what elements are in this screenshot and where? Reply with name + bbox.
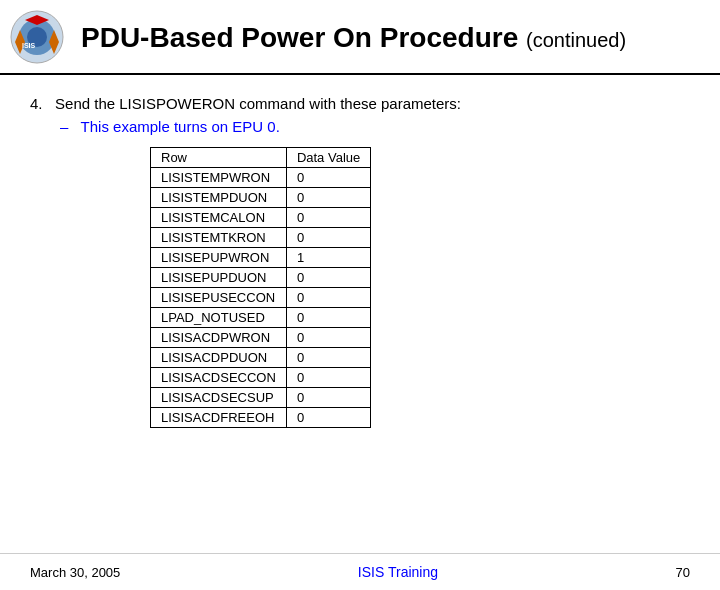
row-value: 0 xyxy=(286,348,370,368)
step-number: 4. xyxy=(30,95,43,112)
sub-step-dash: – xyxy=(60,118,68,135)
row-name: LISISACDPWRON xyxy=(151,328,287,348)
table-row: LISISEPUSECCON0 xyxy=(151,288,371,308)
row-name: LISISTEMCALON xyxy=(151,208,287,228)
footer-center: ISIS Training xyxy=(358,564,438,580)
row-name: LISISTEMPWRON xyxy=(151,168,287,188)
table-row: LISISTEMCALON0 xyxy=(151,208,371,228)
step-4: 4. Send the LISISPOWERON command with th… xyxy=(30,95,690,112)
footer-page: 70 xyxy=(676,565,690,580)
table-row: LISISACDSECSUP0 xyxy=(151,388,371,408)
row-value: 0 xyxy=(286,328,370,348)
table-header-row: Row Data Value xyxy=(151,148,371,168)
row-name: LISISACDSECCON xyxy=(151,368,287,388)
sub-step-text: This example turns on EPU 0. xyxy=(81,118,280,135)
table-row: LISISTEMTKRON0 xyxy=(151,228,371,248)
content: 4. Send the LISISPOWERON command with th… xyxy=(0,75,720,438)
row-value: 0 xyxy=(286,408,370,428)
row-name: LISISTEMTKRON xyxy=(151,228,287,248)
row-name: LISISEPUPDUON xyxy=(151,268,287,288)
logo-icon: ISIS xyxy=(10,10,65,65)
table-row: LISISEPUPWRON1 xyxy=(151,248,371,268)
row-value: 0 xyxy=(286,168,370,188)
row-value: 1 xyxy=(286,248,370,268)
svg-text:ISIS: ISIS xyxy=(22,42,36,49)
col-row-header: Row xyxy=(151,148,287,168)
row-name: LISISACDFREEОН xyxy=(151,408,287,428)
row-value: 0 xyxy=(286,228,370,248)
row-value: 0 xyxy=(286,288,370,308)
row-name: LISISACDSECSUP xyxy=(151,388,287,408)
row-value: 0 xyxy=(286,268,370,288)
header: ISIS PDU-Based Power On Procedure (conti… xyxy=(0,0,720,75)
step-text: Send the LISISPOWERON command with these… xyxy=(55,95,461,112)
table-row: LISISACDFREEОН0 xyxy=(151,408,371,428)
title-continued: (continued) xyxy=(526,29,626,51)
row-value: 0 xyxy=(286,208,370,228)
table-row: LISISEPUPDUON0 xyxy=(151,268,371,288)
row-name: LPAD_NOTUSED xyxy=(151,308,287,328)
table-row: LISISACDPDUON0 xyxy=(151,348,371,368)
parameters-table: Row Data Value LISISTEMPWRON0LISISTEMPDU… xyxy=(150,147,371,428)
row-value: 0 xyxy=(286,368,370,388)
row-value: 0 xyxy=(286,308,370,328)
row-name: LISISTEMPDUON xyxy=(151,188,287,208)
title-main: PDU-Based Power On Procedure xyxy=(81,22,518,53)
sub-step: – This example turns on EPU 0. xyxy=(60,118,690,135)
page-title: PDU-Based Power On Procedure (continued) xyxy=(81,22,626,54)
row-name: LISISEPUPWRON xyxy=(151,248,287,268)
table-row: LISISACDPWRON0 xyxy=(151,328,371,348)
row-name: LISISACDPDUON xyxy=(151,348,287,368)
table-row: LISISACDSECCON0 xyxy=(151,368,371,388)
footer-date: March 30, 2005 xyxy=(30,565,120,580)
table-row: LISISTEMPWRON0 xyxy=(151,168,371,188)
col-value-header: Data Value xyxy=(286,148,370,168)
row-value: 0 xyxy=(286,388,370,408)
row-value: 0 xyxy=(286,188,370,208)
table-row: LISISTEMPDUON0 xyxy=(151,188,371,208)
row-name: LISISEPUSECCON xyxy=(151,288,287,308)
footer: March 30, 2005 ISIS Training 70 xyxy=(0,553,720,590)
table-row: LPAD_NOTUSED0 xyxy=(151,308,371,328)
